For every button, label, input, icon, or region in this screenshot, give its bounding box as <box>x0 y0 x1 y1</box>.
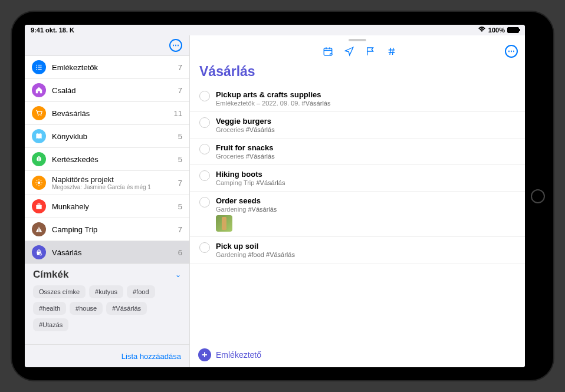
sidebar-header: ⋯ <box>25 35 189 55</box>
list-name: Család <box>52 86 173 95</box>
main-panel: ⋯ Vásárlás Pickup arts & crafts supplies… <box>190 35 525 367</box>
app-content: ⋯ Emlékeztetők 7 Család 7 Bevásárlás 11 … <box>25 35 525 367</box>
reminder-title: Fruit for snacks <box>216 143 518 152</box>
list-text: Vásárlás <box>52 248 173 257</box>
main-header <box>190 35 525 45</box>
reminder-title: Pickup arts & crafts supplies <box>216 90 518 99</box>
svg-rect-5 <box>38 69 41 70</box>
tag-chip[interactable]: #health <box>33 302 66 315</box>
reminder-checkbox[interactable] <box>199 144 210 154</box>
sidebar-list-item[interactable]: Camping Trip 7 <box>25 218 189 241</box>
tag-chip[interactable]: Összes címke <box>33 285 86 298</box>
tags-section: Címkék ⌄ Összes címke#kutyus#food#health… <box>25 264 189 334</box>
hashtag-icon[interactable] <box>386 46 397 57</box>
sidebar-list-item[interactable]: Vásárlás 6 <box>25 241 189 264</box>
tag-chip[interactable]: #Utazás <box>33 318 68 331</box>
add-reminder-button[interactable]: + Emlékeztető <box>198 348 261 361</box>
list-count: 5 <box>178 155 182 164</box>
svg-line-33 <box>393 48 394 55</box>
reminder-item[interactable]: Pick up soil Gardening #food #Vásárlás <box>190 237 525 263</box>
add-list-button[interactable]: Lista hozzáadása <box>121 352 181 361</box>
list-text: Emlékeztetők <box>52 63 173 72</box>
svg-point-2 <box>36 67 37 68</box>
tent-icon <box>32 222 46 236</box>
list-name: Emlékeztetők <box>52 63 173 72</box>
sidebar-list-item[interactable]: Munkahely 5 <box>25 195 189 218</box>
list-count: 7 <box>178 86 182 95</box>
reminder-item[interactable]: Hiking boots Camping Trip #Vásárlás <box>190 165 525 192</box>
lists-container: Emlékeztetők 7 Család 7 Bevásárlás 11 Kö… <box>25 55 189 264</box>
reminder-checkbox[interactable] <box>199 170 210 181</box>
list-name: Bevásárlás <box>52 109 169 118</box>
chevron-down-icon[interactable]: ⌄ <box>175 271 181 279</box>
list-count: 5 <box>178 132 182 141</box>
tag-chip[interactable]: #kutyus <box>89 285 123 298</box>
svg-point-6 <box>38 115 39 116</box>
tags-header: Címkék ⌄ <box>33 269 181 281</box>
main-toolbar: ⋯ <box>190 45 525 61</box>
main-footer: + Emlékeztető <box>190 342 525 367</box>
list-text: Napkitörés projekt Megosztva: Jasmine Ga… <box>52 175 173 190</box>
list-name: Napkitörés projekt <box>52 175 173 184</box>
reminder-meta: Camping Trip #Vásárlás <box>216 179 518 186</box>
list-text: Könyvklub <box>52 132 173 141</box>
reminder-content: Pickup arts & crafts supplies Emlékeztet… <box>216 90 518 107</box>
battery-icon <box>507 27 519 33</box>
panel-handle[interactable] <box>349 39 366 41</box>
sidebar-list-item[interactable]: Család 7 <box>25 79 189 102</box>
list-count: 7 <box>178 225 182 234</box>
reminder-thumbnail <box>216 215 232 232</box>
list-count: 7 <box>178 179 182 187</box>
reminder-checkbox[interactable] <box>199 117 210 128</box>
reminder-item[interactable]: Pickup arts & crafts supplies Emlékeztet… <box>190 85 525 112</box>
list-name: Munkahely <box>52 202 173 211</box>
list-name: Kertészkedés <box>52 155 173 164</box>
reminder-checkbox[interactable] <box>199 91 210 101</box>
calendar-icon[interactable] <box>323 46 333 57</box>
tags-grid: Összes címke#kutyus#food#health#house#Vá… <box>33 285 181 331</box>
panel-title: Vásárlás <box>190 61 525 85</box>
toolbar-icons <box>323 46 397 57</box>
sidebar-list-item[interactable]: Napkitörés projekt Megosztva: Jasmine Ga… <box>25 171 189 195</box>
reminder-checkbox[interactable] <box>199 197 210 207</box>
reminder-item[interactable]: Veggie burgers Groceries #Vásárlás <box>190 112 525 139</box>
reminder-meta: Gardening #Vásárlás <box>216 206 518 213</box>
cart-icon <box>32 106 46 120</box>
list-text: Család <box>52 86 173 95</box>
svg-line-16 <box>37 185 37 185</box>
reminder-content: Hiking boots Camping Trip #Vásárlás <box>216 170 518 186</box>
list-subtitle: Megosztva: Jasmine García és még 1 <box>52 184 173 190</box>
list-icon <box>32 60 46 74</box>
list-count: 6 <box>178 248 182 257</box>
location-icon[interactable] <box>344 46 354 57</box>
list-text: Bevásárlás <box>52 109 169 118</box>
book-icon <box>32 129 46 143</box>
sidebar-list-item[interactable]: Emlékeztetők 7 <box>25 56 189 79</box>
svg-line-17 <box>41 180 41 181</box>
reminder-meta: Groceries #Vásárlás <box>216 126 518 133</box>
list-name: Camping Trip <box>52 225 173 234</box>
basket-icon <box>32 245 46 259</box>
reminder-item[interactable]: Order seeds Gardening #Vásárlás <box>190 192 525 237</box>
svg-point-9 <box>38 182 41 185</box>
list-text: Kertészkedés <box>52 155 173 164</box>
svg-line-14 <box>37 180 37 181</box>
tag-chip[interactable]: #Vásárlás <box>106 302 147 315</box>
ipad-device-frame: 9:41 okt. 18. K 100% ⋯ Emlékeztető <box>12 12 553 380</box>
reminder-item[interactable]: Fruit for snacks Groceries #Vásárlás <box>190 139 525 165</box>
status-bar: 9:41 okt. 18. K 100% <box>25 25 525 35</box>
sidebar-list-item[interactable]: Könyvklub 5 <box>25 125 189 148</box>
status-date: okt. 18. K <box>45 27 74 34</box>
svg-rect-3 <box>38 67 41 67</box>
more-options-button[interactable]: ⋯ <box>169 39 182 52</box>
sidebar-list-item[interactable]: Bevásárlás 11 <box>25 102 189 125</box>
reminder-checkbox[interactable] <box>199 242 210 253</box>
panel-more-button[interactable]: ⋯ <box>505 45 518 58</box>
sidebar-list-item[interactable]: Kertészkedés 5 <box>25 148 189 171</box>
reminder-title: Veggie burgers <box>216 117 518 126</box>
flag-icon[interactable] <box>365 46 376 57</box>
home-button[interactable] <box>531 189 545 203</box>
tag-chip[interactable]: #house <box>70 302 103 315</box>
tag-chip[interactable]: #food <box>127 285 155 298</box>
battery-percent: 100% <box>488 27 505 34</box>
